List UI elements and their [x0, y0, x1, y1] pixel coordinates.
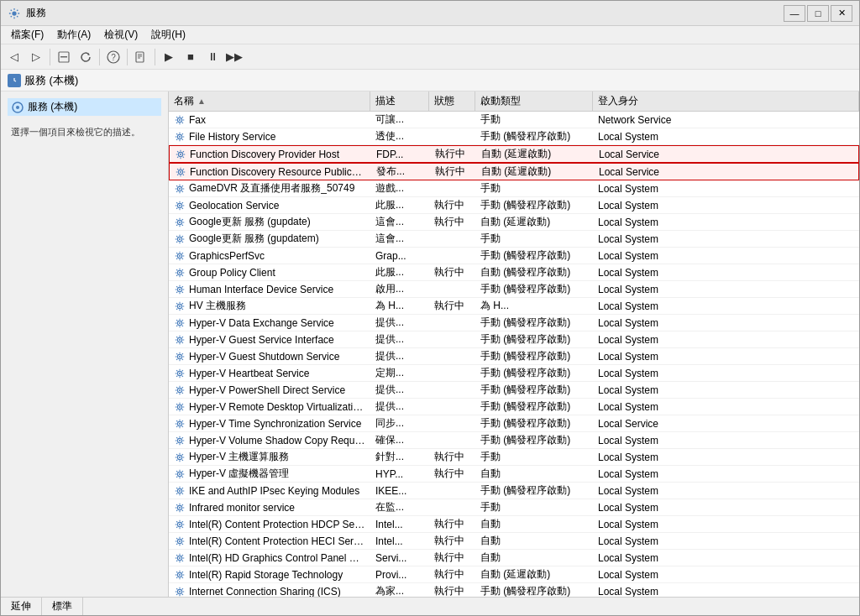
table-row[interactable]: Intel(R) Rapid Storage TechnologyProvi..…	[169, 566, 859, 583]
cell-service-startup: 手動 (觸發程序啟動)	[475, 415, 593, 431]
tab-standard[interactable]: 標準	[42, 598, 83, 615]
svg-line-70	[182, 202, 183, 203]
cell-service-login: Local System	[593, 350, 859, 363]
svg-point-293	[179, 590, 181, 592]
cell-service-status	[429, 389, 475, 391]
svg-line-299	[182, 593, 183, 594]
cell-service-login: Local System	[593, 568, 859, 582]
svg-line-78	[176, 219, 177, 220]
svg-line-31	[176, 138, 177, 139]
toolbar-pause[interactable]: ⏸	[202, 47, 223, 67]
svg-line-39	[183, 156, 184, 157]
table-row[interactable]: Intel(R) Content Protection HECI Service…	[169, 533, 859, 550]
svg-text:?: ?	[111, 53, 116, 62]
table-row[interactable]: Hyper-V 主機運算服務針對...執行中手動Local System	[169, 449, 859, 466]
table-row[interactable]: Human Interface Device Service啟用...手動 (觸…	[169, 281, 859, 298]
toolbar-play[interactable]: ▶	[159, 47, 179, 67]
service-name-text: Hyper-V Guest Shutdown Service	[189, 351, 339, 363]
toolbar-export[interactable]	[131, 47, 151, 67]
close-button[interactable]: ✕	[831, 5, 852, 22]
svg-line-191	[176, 409, 177, 410]
cell-service-name: Group Policy Client	[169, 266, 370, 279]
table-row[interactable]: Intel(R) HD Graphics Control Panel Servi…	[169, 550, 859, 566]
table-row[interactable]: Hyper-V Remote Desktop Virtualization Se…	[169, 399, 859, 415]
left-panel-services[interactable]: 服務 (本機)	[8, 98, 161, 116]
toolbar-back[interactable]: ◁	[4, 47, 24, 67]
service-name-text: Hyper-V Guest Service Interface	[189, 334, 334, 346]
svg-point-153	[179, 355, 181, 357]
table-row[interactable]: Hyper-V Volume Shadow Copy Requestor確保..…	[169, 432, 859, 449]
toolbar-forward[interactable]: ▷	[26, 47, 46, 67]
table-row[interactable]: Hyper-V 虛擬機器管理HYP...執行中自動Local System	[169, 466, 859, 483]
cell-service-desc: 這會...	[370, 214, 429, 230]
svg-rect-2	[60, 56, 67, 58]
cell-service-status	[429, 507, 475, 509]
cell-service-startup: 手動	[475, 180, 593, 196]
maximize-button[interactable]: □	[807, 5, 829, 22]
table-row[interactable]: GraphicsPerfSvcGrap...手動 (觸發程序啟動)Local S…	[169, 248, 859, 264]
cell-service-name: Hyper-V 虛擬機器管理	[169, 466, 370, 482]
cell-service-startup: 手動 (觸發程序啟動)	[475, 197, 593, 213]
table-row[interactable]: Intel(R) Content Protection HDCP Service…	[169, 516, 859, 533]
svg-line-129	[182, 308, 183, 309]
table-row[interactable]: IKE and AuthIP IPsec Keying ModulesIKEE.…	[169, 483, 859, 499]
table-row[interactable]: Hyper-V PowerShell Direct Service提供...手動…	[169, 382, 859, 399]
col-header-name[interactable]: 名稱 ▲	[169, 91, 370, 111]
services-body[interactable]: Fax可讓...手動Network Service File History S…	[169, 112, 859, 597]
col-header-status[interactable]: 狀態	[429, 91, 475, 111]
cell-service-status: 執行中	[429, 566, 475, 582]
cell-service-name: IKE and AuthIP IPsec Keying Modules	[169, 484, 370, 498]
svg-line-200	[182, 420, 183, 421]
svg-line-99	[182, 258, 183, 258]
menu-file[interactable]: 檔案(F)	[4, 26, 50, 44]
table-row[interactable]: Infrared monitor service在監...手動Local Sys…	[169, 499, 859, 516]
svg-line-178	[176, 387, 177, 388]
table-row[interactable]: Internet Connection Sharing (ICS)為家...執行…	[169, 583, 859, 597]
table-row[interactable]: Hyper-V Heartbeat Service定期...手動 (觸發程序啟動…	[169, 365, 859, 382]
cell-service-login: Local System	[593, 316, 859, 330]
toolbar-restart[interactable]: ▶▶	[224, 47, 244, 67]
table-row[interactable]: GameDVR 及直播使用者服務_50749遊戲...手動Local Syste…	[169, 180, 859, 197]
menu-action[interactable]: 動作(A)	[50, 26, 97, 44]
svg-line-230	[182, 471, 183, 472]
table-row[interactable]: Function Discovery Provider HostFDP...執行…	[169, 145, 859, 163]
menu-view[interactable]: 檢視(V)	[97, 26, 144, 44]
service-gear-icon	[174, 569, 186, 581]
svg-line-301	[176, 593, 177, 594]
svg-line-261	[176, 526, 177, 527]
toolbar-help[interactable]: ?	[103, 47, 123, 67]
table-row[interactable]: Hyper-V Data Exchange Service提供...手動 (觸發…	[169, 315, 859, 331]
table-row[interactable]: HV 主機服務為 H...執行中為 H...Local System	[169, 298, 859, 315]
cell-service-name: Hyper-V Heartbeat Service	[169, 367, 370, 380]
menu-bar: 檔案(F) 動作(A) 檢視(V) 說明(H)	[1, 26, 859, 44]
toolbar-up[interactable]	[54, 47, 74, 67]
toolbar-stop[interactable]: ■	[181, 47, 201, 67]
svg-line-298	[176, 588, 177, 589]
table-row[interactable]: Google更新 服務 (gupdatem)這會...手動Local Syste…	[169, 231, 859, 248]
cell-service-status	[429, 490, 475, 492]
service-name-text: Intel(R) Content Protection HDCP Service	[189, 519, 365, 530]
cell-service-name: Function Discovery Resource Publication	[170, 165, 371, 179]
minimize-button[interactable]: —	[784, 5, 805, 22]
table-row[interactable]: Group Policy Client此服...執行中自動 (觸發程序啟動)Lo…	[169, 264, 859, 281]
table-row[interactable]: Hyper-V Time Synchronization Service同步..…	[169, 415, 859, 432]
table-row[interactable]: Function Discovery Resource Publication發…	[169, 163, 859, 180]
left-panel: 服務 (本機) 選擇一個項目來檢視它的描述。	[1, 91, 169, 597]
cell-service-login: Local System	[593, 367, 859, 380]
cell-service-status	[429, 440, 475, 441]
tab-extended[interactable]: 延伸	[1, 598, 42, 615]
menu-help[interactable]: 說明(H)	[144, 26, 192, 44]
sort-icon: ▲	[197, 97, 206, 106]
col-header-desc[interactable]: 描述	[370, 91, 429, 111]
toolbar-refresh[interactable]	[76, 47, 96, 67]
table-row[interactable]: Geolocation Service此服...執行中手動 (觸發程序啟動)Lo…	[169, 197, 859, 214]
table-row[interactable]: Hyper-V Guest Shutdown Service提供...手動 (觸…	[169, 348, 859, 365]
table-row[interactable]: Fax可讓...手動Network Service	[169, 112, 859, 128]
svg-line-270	[182, 538, 183, 539]
col-header-startup[interactable]: 啟動類型	[475, 91, 593, 111]
service-gear-icon	[174, 300, 186, 312]
table-row[interactable]: Hyper-V Guest Service Interface提供...手動 (…	[169, 331, 859, 348]
table-row[interactable]: File History Service透使...手動 (觸發程序啟動)Loca…	[169, 128, 859, 145]
col-header-login[interactable]: 登入身分	[593, 91, 859, 111]
table-row[interactable]: Google更新 服務 (gupdate)這會...執行中自動 (延遲啟動)Lo…	[169, 214, 859, 231]
